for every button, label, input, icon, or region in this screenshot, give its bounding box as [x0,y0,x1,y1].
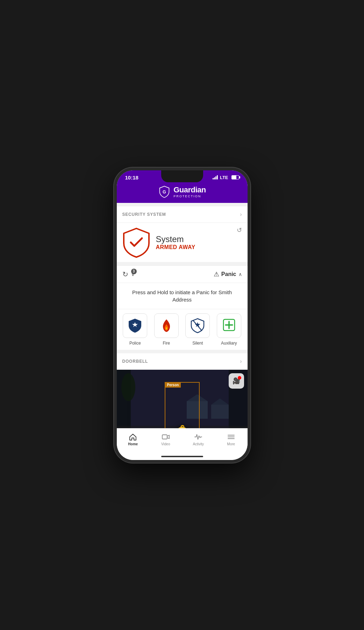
svg-rect-18 [162,435,167,439]
panic-description: Press and Hold to initiate a Panic for S… [117,283,248,309]
nav-home[interactable]: Home [117,431,150,447]
security-system-card: SECURITY SYSTEM › ↺ System ARMED AWAY [117,206,248,262]
scroll-content[interactable]: SECURITY SYSTEM › ↺ System ARMED AWAY [117,203,248,428]
record-dot [238,376,241,380]
nav-more[interactable]: More [215,431,248,447]
home-indicator [117,454,248,460]
panic-title-row[interactable]: ⚠ Panic ∧ [214,270,242,278]
fire-icon-box [154,313,179,338]
activity-nav-label: Activity [193,442,204,446]
doorbell-title: DOORBELL [122,359,148,364]
bypass-icon: ↻ [122,270,128,278]
svg-point-14 [121,373,135,401]
status-time: 10:18 [125,175,138,180]
notch [161,170,203,182]
bottom-nav: Home Video Activity [117,428,248,454]
bypass-count: 3 [131,269,137,274]
refresh-icon[interactable]: ↺ [237,226,242,234]
silent-label: Silent [192,341,203,346]
doorbell-card: DOORBELL › [117,353,248,428]
panic-section: ↻ 3 ∨ ⚠ Panic ∧ Press and Hold to initia… [117,266,248,350]
app-header: G Guardian PROTECTION [117,183,248,203]
police-label: Police [129,341,141,346]
panic-buttons-grid: Police Fire [117,309,248,350]
security-chevron-icon[interactable]: › [240,211,242,218]
phone-frame: 10:18 LTE G [114,168,250,463]
police-panic-button[interactable]: Police [121,313,150,346]
record-button[interactable]: 🎥 [229,373,244,389]
phone-inner: 10:18 LTE G [117,170,248,460]
doorbell-chevron-icon[interactable]: › [240,358,242,364]
more-icon [227,433,235,441]
doorbell-camera-view: Person 🔔 🎥 [117,370,248,428]
auxiliary-icon-box [217,313,241,338]
more-nav-label: More [227,442,235,446]
fire-panic-button[interactable]: Fire [152,313,181,346]
fire-label: Fire [163,341,170,346]
home-nav-label: Home [128,442,138,446]
doorbell-image[interactable]: Person 🔔 🎥 [117,370,248,428]
panic-chevron-icon: ∧ [238,271,242,277]
home-icon [129,433,137,441]
doorbell-card-header[interactable]: DOORBELL › [117,353,248,370]
person-detection-box: Person [165,382,200,428]
security-card-header[interactable]: SECURITY SYSTEM › [117,206,248,223]
nav-activity[interactable]: Activity [182,431,215,447]
nav-video[interactable]: Video [149,431,182,447]
system-info: System ARMED AWAY [156,234,195,250]
signal-icon [213,175,218,179]
lte-label: LTE [220,175,228,180]
system-status: ARMED AWAY [156,244,195,250]
logo: G Guardian PROTECTION [158,185,206,198]
battery-icon [231,175,239,179]
auxiliary-panic-button[interactable]: Auxiliary [215,313,243,346]
panic-top-bar: ↻ 3 ∨ ⚠ Panic ∧ [117,266,248,283]
system-label: System [156,234,195,244]
activity-icon [194,433,202,441]
svg-text:G: G [163,189,166,194]
security-content: ↺ System ARMED AWAY [117,223,248,262]
shield-status-icon [122,228,150,256]
panic-warning-icon: ⚠ [214,270,219,278]
home-bar [161,456,203,457]
police-icon-box [123,313,147,338]
video-icon [162,433,170,441]
status-icons: LTE [213,175,239,180]
security-title: SECURITY SYSTEM [122,212,166,217]
silent-panic-button[interactable]: Silent [184,313,212,346]
svg-rect-10 [211,405,229,419]
guardian-shield-logo: G [158,185,171,198]
doorbell-bell-icon: 🔔 [172,424,193,428]
bypass-badge[interactable]: ↻ 3 ∨ [122,270,135,278]
silent-icon-box [185,313,210,338]
auxiliary-label: Auxiliary [221,341,237,346]
panic-label: Panic [221,271,236,277]
person-label: Person [165,382,181,388]
logo-text: Guardian PROTECTION [173,185,206,198]
video-nav-label: Video [161,442,170,446]
